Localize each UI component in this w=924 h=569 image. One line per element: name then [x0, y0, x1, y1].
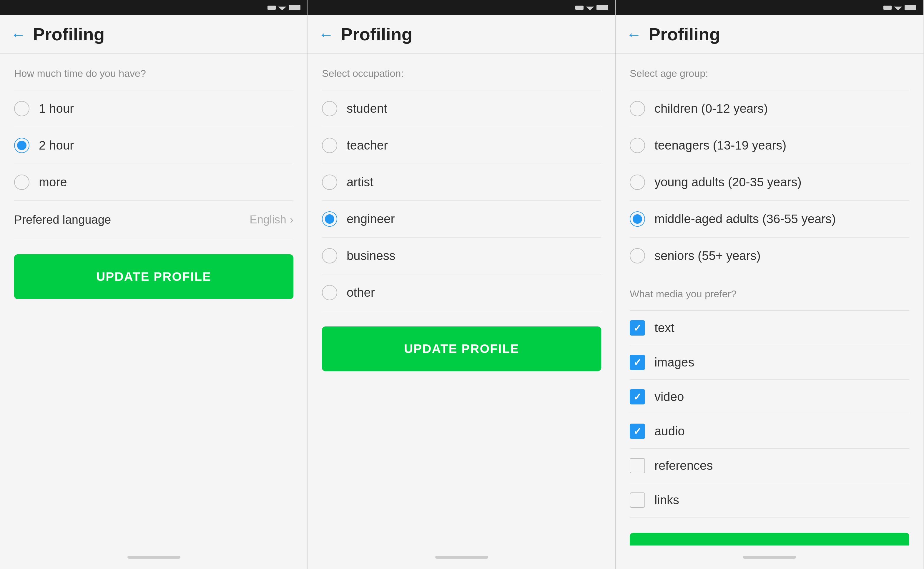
checkbox-audio[interactable]: ✓ audio — [630, 414, 909, 448]
radio-outer-engineer — [322, 211, 337, 227]
divider-bottom-1 — [14, 239, 293, 239]
section-spacer — [630, 274, 909, 288]
radio-outer-more — [14, 175, 29, 190]
battery-icon-2 — [596, 5, 608, 10]
bottom-indicator-1 — [128, 556, 180, 559]
status-bar-2 — [308, 0, 615, 15]
radio-outer-student — [322, 101, 337, 116]
occupation-section-label: Select occupation: — [322, 68, 601, 79]
page-title-3: Profiling — [649, 24, 720, 44]
radio-label-teenagers: teenagers (13-19 years) — [655, 138, 786, 152]
content-2: Select occupation: student teacher artis… — [308, 53, 615, 545]
back-button-3[interactable]: ← — [626, 26, 641, 43]
panel-age-media: ← Profiling Select age group: children (… — [615, 0, 923, 569]
checkbox-video[interactable]: ✓ video — [630, 379, 909, 414]
age-section-label: Select age group: — [630, 68, 909, 79]
checkbox-box-images: ✓ — [630, 355, 645, 370]
top-bar-1: ← Profiling — [0, 15, 307, 53]
signal-icon-3 — [883, 6, 892, 10]
age-radio-group: children (0-12 years) teenagers (13-19 y… — [630, 90, 909, 274]
language-value: English › — [249, 213, 293, 226]
checkbox-box-references — [630, 458, 645, 473]
radio-more[interactable]: more — [14, 164, 293, 201]
media-section-label: What media you prefer? — [630, 288, 909, 300]
radio-outer-other — [322, 285, 337, 300]
radio-label-young-adults: young adults (20-35 years) — [655, 175, 802, 189]
time-radio-group: 1 hour 2 hour more — [14, 90, 293, 201]
radio-children[interactable]: children (0-12 years) — [630, 90, 909, 127]
panel-time-language: ← Profiling How much time do you have? 1… — [0, 0, 308, 569]
bottom-indicator-2 — [435, 556, 488, 559]
page-title-1: Profiling — [33, 24, 105, 44]
radio-label-2hour: 2 hour — [39, 138, 74, 152]
radio-inner-engineer — [325, 214, 334, 224]
radio-1hour[interactable]: 1 hour — [14, 90, 293, 127]
language-preference-row[interactable]: Prefered language English › — [14, 201, 293, 239]
checkmark-video: ✓ — [633, 392, 641, 402]
radio-label-middle-aged: middle-aged adults (36-55 years) — [655, 212, 836, 226]
checkbox-label-video: video — [655, 390, 684, 404]
radio-label-student: student — [346, 102, 387, 116]
radio-label-business: business — [346, 249, 395, 263]
status-icons-3 — [883, 5, 916, 10]
radio-student[interactable]: student — [322, 90, 601, 127]
checkbox-text[interactable]: ✓ text — [630, 311, 909, 345]
radio-engineer[interactable]: engineer — [322, 201, 601, 237]
radio-label-more: more — [39, 175, 67, 189]
radio-label-1hour: 1 hour — [39, 102, 74, 116]
back-button-1[interactable]: ← — [11, 26, 26, 43]
wifi-icon — [278, 5, 286, 10]
divider-bottom-2 — [322, 311, 601, 311]
checkbox-links[interactable]: links — [630, 483, 909, 517]
status-icons-2 — [575, 5, 608, 10]
radio-outer-business — [322, 248, 337, 263]
update-profile-button-2[interactable]: UPDATE PROFILE — [322, 326, 601, 371]
radio-inner-2hour — [17, 141, 26, 150]
radio-outer-young-adults — [630, 175, 645, 190]
update-profile-button-3[interactable]: UPDATE PROFILE — [630, 533, 909, 545]
checkbox-label-references: references — [655, 459, 713, 473]
signal-icon — [267, 6, 276, 10]
radio-outer-artist — [322, 175, 337, 190]
page-title-2: Profiling — [341, 24, 412, 44]
language-label: Prefered language — [14, 213, 111, 227]
radio-other[interactable]: other — [322, 274, 601, 311]
bottom-bar-3 — [615, 545, 923, 569]
radio-inner-middle-aged — [633, 214, 642, 224]
radio-label-engineer: engineer — [346, 212, 395, 226]
radio-teenagers[interactable]: teenagers (13-19 years) — [630, 127, 909, 164]
radio-teacher[interactable]: teacher — [322, 127, 601, 164]
checkbox-label-text: text — [655, 321, 675, 335]
radio-label-artist: artist — [346, 175, 374, 189]
radio-outer-middle-aged — [630, 211, 645, 227]
radio-young-adults[interactable]: young adults (20-35 years) — [630, 164, 909, 201]
bottom-bar-1 — [0, 545, 307, 569]
radio-label-teacher: teacher — [346, 138, 388, 152]
media-checkbox-group: ✓ text ✓ images ✓ video ✓ audio — [630, 310, 909, 517]
radio-outer-teacher — [322, 138, 337, 153]
checkbox-box-links — [630, 493, 645, 508]
radio-seniors[interactable]: seniors (55+ years) — [630, 237, 909, 274]
radio-middle-aged[interactable]: middle-aged adults (36-55 years) — [630, 201, 909, 237]
checkbox-label-links: links — [655, 493, 679, 507]
back-button-2[interactable]: ← — [318, 26, 334, 43]
update-profile-button-1[interactable]: UPDATE PROFILE — [14, 254, 293, 299]
signal-icon-2 — [575, 6, 584, 10]
radio-2hour[interactable]: 2 hour — [14, 127, 293, 164]
radio-outer-1hour — [14, 101, 29, 116]
radio-outer-teenagers — [630, 138, 645, 153]
checkbox-references[interactable]: references — [630, 448, 909, 483]
radio-label-children: children (0-12 years) — [655, 102, 768, 116]
radio-label-seniors: seniors (55+ years) — [655, 249, 761, 263]
time-section-label: How much time do you have? — [14, 68, 293, 79]
radio-artist[interactable]: artist — [322, 164, 601, 201]
checkbox-images[interactable]: ✓ images — [630, 345, 909, 379]
status-icons-1 — [267, 5, 301, 10]
wifi-icon-2 — [586, 5, 594, 10]
radio-business[interactable]: business — [322, 237, 601, 274]
top-bar-3: ← Profiling — [615, 15, 923, 53]
radio-label-other: other — [346, 286, 375, 300]
panel-occupation: ← Profiling Select occupation: student t… — [308, 0, 615, 569]
occupation-radio-group: student teacher artist engineer business — [322, 90, 601, 311]
checkmark-images: ✓ — [633, 358, 641, 367]
